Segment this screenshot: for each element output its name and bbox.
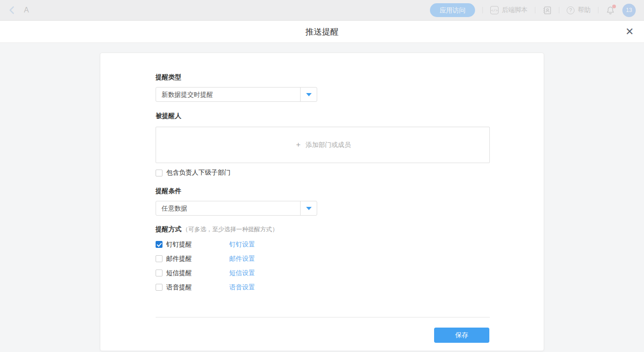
recipients-label: 被提醒人	[156, 112, 181, 119]
method-label: 短信提醒	[166, 269, 229, 277]
modal-body: 提醒类型 新数据提交时提醒 被提醒人 ＋ 添加部门或成员 包含负责人下级子部门 …	[0, 43, 644, 352]
reminder-type-label: 提醒类型	[156, 73, 181, 81]
topbar-content: A 应用访问 </> 后端脚本 ? 帮助	[0, 0, 644, 20]
avatar[interactable]: 13	[622, 4, 636, 17]
method-rows: 钉钉提醒 钉钉设置 邮件提醒 邮件设置 短信提醒 短信设置 语音提醒 语音设置	[156, 237, 255, 294]
add-recipients-button[interactable]: ＋ 添加部门或成员	[156, 127, 490, 163]
method-label: 邮件提醒	[166, 255, 229, 263]
method-settings-link[interactable]: 短信设置	[229, 269, 255, 277]
add-recipients-placeholder: 添加部门或成员	[306, 141, 351, 149]
help-button[interactable]: ? 帮助	[567, 6, 591, 14]
condition-value: 任意数据	[156, 201, 300, 215]
reminder-type-value: 新数据提交时提醒	[156, 88, 300, 101]
method-checkbox[interactable]	[156, 255, 162, 262]
method-settings-link[interactable]: 钉钉设置	[229, 241, 255, 249]
method-row: 钉钉提醒 钉钉设置	[156, 237, 255, 252]
method-checkbox[interactable]	[156, 284, 162, 291]
method-label: 语音提醒	[166, 283, 229, 292]
screen: A 应用访问 </> 后端脚本 ? 帮助	[0, 0, 644, 352]
footer-divider	[156, 317, 490, 317]
topbar-divider	[559, 7, 559, 13]
topbar: A 应用访问 </> 后端脚本 ? 帮助	[0, 0, 644, 21]
reminder-type-caret-box[interactable]	[300, 88, 317, 101]
condition-caret-box[interactable]	[300, 201, 317, 215]
help-icon: ?	[567, 6, 574, 14]
app-access-button[interactable]: 应用访问	[430, 3, 475, 17]
notification-bell-button[interactable]	[606, 6, 615, 15]
topbar-divider	[598, 7, 598, 13]
method-checkbox[interactable]	[156, 270, 162, 276]
methods-hint: （可多选，至少选择一种提醒方式）	[182, 226, 278, 233]
method-checkbox[interactable]	[156, 241, 162, 248]
method-row: 语音提醒 语音设置	[156, 280, 255, 294]
reminder-type-select[interactable]: 新数据提交时提醒	[156, 87, 317, 102]
topbar-divider	[482, 7, 483, 13]
contacts-button[interactable]	[543, 6, 551, 15]
help-label: 帮助	[578, 6, 591, 14]
method-settings-link[interactable]: 邮件设置	[229, 255, 255, 263]
chevron-down-icon	[306, 93, 312, 96]
methods-label-text: 提醒方式	[156, 225, 181, 233]
method-row: 短信提醒 短信设置	[156, 266, 255, 280]
notification-badge	[612, 5, 616, 8]
backend-script-button[interactable]: </> 后端脚本	[490, 6, 528, 14]
method-row: 邮件提醒 邮件设置	[156, 252, 255, 266]
methods-label: 提醒方式（可多选，至少选择一种提醒方式）	[156, 225, 278, 233]
topbar-divider	[535, 7, 535, 13]
back-icon[interactable]	[8, 6, 16, 15]
condition-select[interactable]: 任意数据	[156, 201, 317, 216]
include-subdept-label: 包含负责人下级子部门	[166, 169, 231, 177]
condition-label: 提醒条件	[156, 187, 181, 194]
address-book-icon	[543, 6, 551, 15]
method-label: 钉钉提醒	[166, 241, 229, 249]
app-title: A	[24, 6, 29, 14]
include-subdept-checkbox[interactable]	[156, 170, 162, 176]
code-icon: </>	[490, 6, 499, 14]
backend-script-label: 后端脚本	[502, 6, 528, 14]
method-settings-link[interactable]: 语音设置	[229, 283, 255, 292]
save-button[interactable]: 保存	[434, 328, 489, 343]
push-reminder-form-card: 提醒类型 新数据提交时提醒 被提醒人 ＋ 添加部门或成员 包含负责人下级子部门 …	[100, 53, 544, 351]
modal-header: 推送提醒 ✕	[0, 21, 644, 43]
plus-icon: ＋	[295, 140, 302, 150]
page-title: 推送提醒	[306, 26, 339, 37]
close-icon[interactable]: ✕	[626, 27, 634, 37]
include-subdept-row[interactable]: 包含负责人下级子部门	[156, 169, 231, 177]
chevron-down-icon	[306, 207, 312, 210]
